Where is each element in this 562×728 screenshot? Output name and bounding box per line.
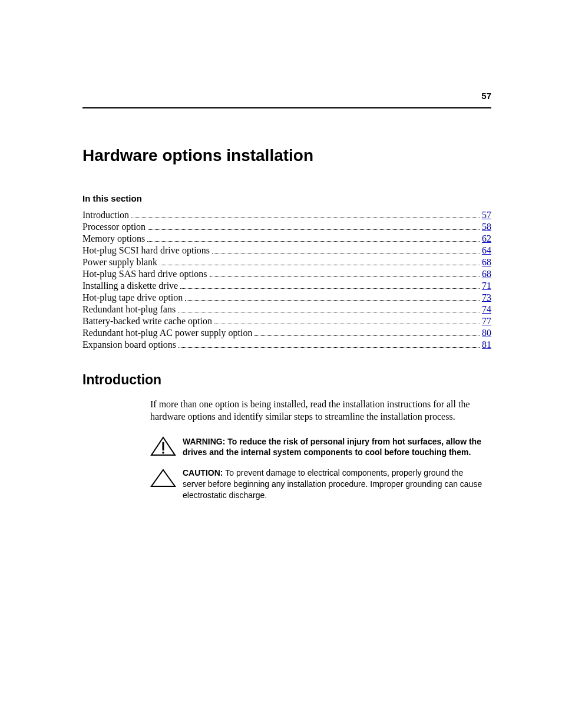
caution-icon bbox=[150, 467, 178, 487]
toc-item: Introduction 57 bbox=[82, 209, 491, 221]
toc-page-link[interactable]: 80 bbox=[482, 327, 491, 339]
warning-icon bbox=[150, 436, 178, 456]
toc-page-link[interactable]: 58 bbox=[482, 221, 491, 233]
toc-leader-dots bbox=[210, 271, 480, 277]
toc-page-link[interactable]: 62 bbox=[482, 233, 491, 245]
toc-item: Hot-plug tape drive option 73 bbox=[82, 292, 491, 304]
toc-leader-dots bbox=[214, 318, 480, 324]
toc-item: Battery-backed write cache option 77 bbox=[82, 315, 491, 327]
toc-label: Battery-backed write cache option bbox=[82, 315, 212, 327]
chapter-title: Hardware options installation bbox=[82, 146, 491, 165]
caution-label: CAUTION: bbox=[183, 468, 225, 477]
toc-label: Processor option bbox=[82, 221, 146, 233]
warning-label: WARNING: bbox=[183, 437, 227, 446]
caution-text: To prevent damage to electrical componen… bbox=[183, 468, 482, 500]
toc-page-link[interactable]: 68 bbox=[482, 256, 491, 268]
toc-page-link[interactable]: 64 bbox=[482, 245, 491, 256]
toc-leader-dots bbox=[148, 223, 480, 230]
toc-label: Memory options bbox=[82, 233, 145, 245]
toc-leader-dots bbox=[178, 306, 480, 312]
toc-item: Expansion board options 81 bbox=[82, 339, 491, 351]
toc-label: Expansion board options bbox=[82, 339, 176, 351]
toc-leader-dots bbox=[254, 330, 480, 336]
toc-item: Hot-plug SAS hard drive options 68 bbox=[82, 268, 491, 280]
toc-page-link[interactable]: 57 bbox=[482, 209, 491, 221]
toc-page-link[interactable]: 71 bbox=[482, 280, 491, 292]
toc-label: Hot-plug SCSI hard drive options bbox=[82, 245, 210, 256]
toc-item: Memory options 62 bbox=[82, 233, 491, 245]
intro-paragraph: If more than one option is being install… bbox=[150, 398, 487, 423]
toc-page-link[interactable]: 73 bbox=[482, 292, 491, 304]
caution-notice: CAUTION: To prevent damage to electrical… bbox=[183, 467, 487, 501]
toc-label: Installing a diskette drive bbox=[82, 280, 178, 292]
warning-notice: WARNING: To reduce the risk of personal … bbox=[183, 436, 487, 459]
toc-page-link[interactable]: 77 bbox=[482, 315, 491, 327]
svg-marker-3 bbox=[151, 470, 175, 486]
toc-leader-dots bbox=[185, 294, 480, 301]
header-rule bbox=[82, 107, 491, 108]
section-title: Introduction bbox=[82, 372, 491, 388]
toc-page-link[interactable]: 81 bbox=[482, 339, 491, 351]
toc-leader-dots bbox=[160, 259, 480, 265]
toc-leader-dots bbox=[147, 235, 480, 242]
toc-label: Introduction bbox=[82, 209, 129, 221]
page-number: 57 bbox=[481, 91, 491, 101]
toc-label: Hot-plug SAS hard drive options bbox=[82, 268, 207, 280]
toc-label: Redundant hot-plug AC power supply optio… bbox=[82, 327, 252, 339]
toc-leader-dots bbox=[131, 212, 480, 218]
toc-page-link[interactable]: 74 bbox=[482, 304, 491, 315]
toc-label: Redundant hot-plug fans bbox=[82, 304, 176, 315]
toc-label: Hot-plug tape drive option bbox=[82, 292, 183, 304]
toc-item: Installing a diskette drive 71 bbox=[82, 280, 491, 292]
toc-item: Hot-plug SCSI hard drive options 64 bbox=[82, 245, 491, 256]
toc-item: Power supply blank 68 bbox=[82, 256, 491, 268]
svg-point-2 bbox=[162, 452, 164, 454]
toc-list: Introduction 57 Processor option 58 Memo… bbox=[82, 209, 491, 351]
toc-item: Redundant hot-plug AC power supply optio… bbox=[82, 327, 491, 339]
toc-item: Redundant hot-plug fans 74 bbox=[82, 304, 491, 315]
toc-item: Processor option 58 bbox=[82, 221, 491, 233]
toc-leader-dots bbox=[180, 282, 480, 289]
toc-leader-dots bbox=[178, 341, 480, 348]
warning-text: To reduce the risk of personal injury fr… bbox=[183, 437, 481, 457]
in-this-section-heading: In this section bbox=[82, 193, 491, 203]
section-body: If more than one option is being install… bbox=[150, 398, 487, 501]
document-page: 57 Hardware options installation In this… bbox=[0, 0, 562, 728]
toc-page-link[interactable]: 68 bbox=[482, 268, 491, 280]
toc-leader-dots bbox=[212, 247, 480, 253]
toc-label: Power supply blank bbox=[82, 256, 157, 268]
